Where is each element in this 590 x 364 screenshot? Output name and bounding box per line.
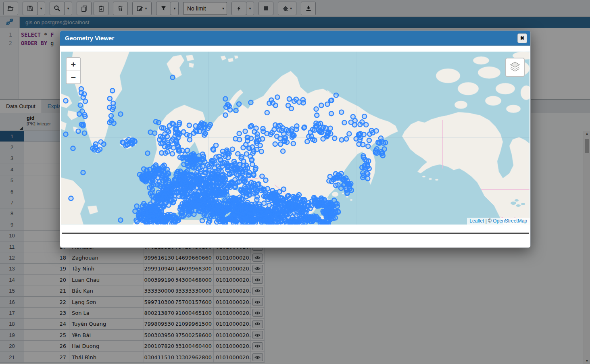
map-attribution: Leaflet | © OpenStreetMap [467, 218, 530, 225]
map-layers-control[interactable] [505, 58, 525, 77]
map-zoom-control: + − [66, 57, 81, 84]
layers-icon [510, 62, 520, 73]
dialog-header[interactable]: Geometry Viewer ✖ [60, 31, 530, 46]
pgadmin-query-tool-window: ▾ ▾ ▾ [0, 0, 590, 364]
close-button[interactable]: ✖ [517, 33, 527, 43]
zoom-out-button[interactable]: − [67, 71, 80, 83]
properties-divider[interactable] [62, 233, 529, 234]
leaflet-map[interactable]: + − Leaflet | © OpenStreetMap [61, 52, 530, 225]
openstreetmap-link[interactable]: OpenStreetMap [493, 218, 527, 224]
geometry-viewer-dialog: Geometry Viewer ✖ + − [60, 30, 531, 248]
map-canvas [61, 52, 530, 225]
zoom-in-button[interactable]: + [67, 58, 80, 71]
leaflet-link[interactable]: Leaflet [469, 218, 484, 224]
close-icon: ✖ [520, 35, 525, 41]
dialog-title: Geometry Viewer [65, 35, 114, 42]
